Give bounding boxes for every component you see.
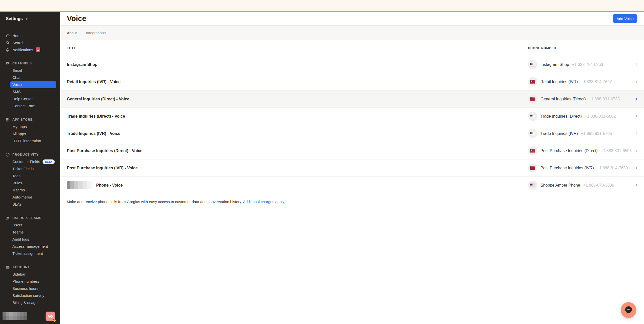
channel-title: Trade Inquiries (Direct) - Voice: [67, 114, 125, 119]
sidebar-item[interactable]: Access management: [10, 243, 56, 250]
sidebar-item[interactable]: SMS: [10, 88, 56, 95]
bell-icon: [6, 48, 10, 52]
beta-badge: BETA: [43, 159, 54, 164]
notification-count-badge: 1: [36, 47, 40, 52]
phone-channel-name: Post Purchase Inquiries (IVR): [540, 166, 594, 170]
phone-channel-name: Instagram Shop: [540, 62, 569, 67]
voice-channel-row[interactable]: Trade Inquiries (Direct) - Voice Trade I…: [60, 108, 644, 125]
voice-channel-row[interactable]: Post Purchase Inquiries (IVR) - Voice Po…: [60, 159, 644, 177]
trial-banner: [0, 0, 644, 12]
sidebar-item[interactable]: HTTP integration: [10, 137, 56, 145]
avatar[interactable]: AG: [46, 312, 55, 321]
sidebar-item[interactable]: Business hours: [10, 285, 56, 292]
voice-channel-row[interactable]: Instagram Shop Instagram Shop +1 323-784…: [60, 56, 644, 73]
sidebar-item[interactable]: Teams: [10, 229, 56, 236]
sidebar-item[interactable]: Ticket Fields: [10, 165, 56, 172]
online-status-dot: [53, 319, 56, 322]
sidebar-section-channels: CHANNELS: [0, 60, 60, 67]
sidebar-user-row: AG: [0, 310, 60, 322]
chevron-right-icon: ›: [635, 130, 637, 136]
phone-channel-name: Post Purchase Inquiries (Direct): [540, 149, 598, 153]
sidebar-item[interactable]: Tags: [10, 172, 56, 179]
phone-number: +1 888-814-7639: [597, 166, 628, 170]
home-icon: [6, 33, 10, 38]
channel-title: Instagram Shop: [67, 62, 97, 67]
phone-number: +1 888-831-6802: [585, 114, 616, 119]
chevron-right-icon: ›: [635, 165, 637, 171]
sidebar-section-users-teams: USERS & TEAMS: [0, 214, 60, 222]
channel-title: Trade Inquiries (IVR) - Voice: [67, 131, 120, 136]
settings-menu-button[interactable]: Settings ▼: [0, 12, 60, 26]
phone-channel-name: Shoppe Amber Phone: [540, 183, 580, 188]
chat-channels-icon: [6, 61, 10, 66]
voice-settings-page: Voice Add Voice About Integrations TITLE…: [60, 12, 644, 324]
sidebar-item[interactable]: SLAs: [10, 201, 56, 208]
channel-title: Phone - Voice: [96, 183, 123, 188]
us-flag-icon: [528, 94, 537, 104]
us-flag-icon: [528, 60, 537, 69]
sidebar-item[interactable]: Voice: [10, 81, 56, 88]
sidebar-item[interactable]: Audit logs: [10, 236, 56, 243]
chevron-right-icon: ›: [635, 79, 637, 84]
sidebar-section-account: ACCOUNT: [0, 264, 60, 271]
voice-channel-row[interactable]: General Inquiries (Direct) - Voice Gener…: [60, 91, 644, 108]
page-title: Voice: [67, 14, 86, 23]
table-header: TITLE PHONE NUMBER: [60, 40, 644, 56]
us-flag-icon: [528, 181, 537, 190]
sidebar-item[interactable]: Ticket assignment: [10, 250, 56, 257]
grid-icon: [6, 118, 10, 122]
column-header-phone-number: PHONE NUMBER: [528, 46, 556, 50]
us-flag-icon: [528, 77, 537, 86]
phone-number: +1 888-831-6503: [601, 149, 632, 153]
channel-title: Retail Inquiries (IVR) - Voice: [67, 80, 120, 84]
tab[interactable]: Integrations: [86, 31, 106, 35]
phone-number: +1 323-784-0863: [572, 62, 603, 67]
sidebar-item[interactable]: All apps: [10, 130, 56, 137]
sidebar-item-notifications[interactable]: Notifications 1: [0, 46, 60, 53]
sidebar-item[interactable]: Help Center: [10, 95, 56, 102]
settings-sidebar: Settings ▼ Home Search Notifications 1: [0, 12, 60, 324]
sidebar-item[interactable]: Contact Form: [10, 102, 56, 110]
sidebar-item-home[interactable]: Home: [0, 32, 60, 39]
chat-widget-button[interactable]: [621, 302, 636, 318]
voice-channel-row[interactable]: Post Purchase Inquiries (Direct) - Voice…: [60, 142, 644, 159]
add-voice-button[interactable]: Add Voice: [613, 14, 637, 23]
sidebar-item[interactable]: Billing & usage: [10, 299, 56, 306]
channel-title: General Inquiries (Direct) - Voice: [67, 97, 129, 101]
phone-number: +1 888-670-3689: [583, 183, 614, 188]
tab[interactable]: About: [67, 31, 77, 35]
sidebar-item[interactable]: Sidebar: [10, 271, 56, 278]
us-flag-icon: [528, 129, 537, 138]
settings-title: Settings: [6, 16, 23, 21]
sidebar-item[interactable]: Chat: [10, 74, 56, 81]
sidebar-item[interactable]: Phone numbers: [10, 278, 56, 285]
column-header-title: TITLE: [67, 46, 76, 50]
app-shell: Settings ▼ Home Search Notifications 1: [0, 12, 644, 324]
us-flag-icon: [528, 146, 537, 155]
phone-channel-name: Trade Inquiries (IVR): [540, 131, 578, 136]
sidebar-item[interactable]: Email: [10, 67, 56, 74]
sidebar-item[interactable]: Users: [10, 222, 56, 229]
redacted-user-name: [3, 312, 27, 320]
voice-channel-row[interactable]: Retail Inquiries (IVR) - Voice Retail In…: [60, 73, 644, 91]
chevron-right-icon: ›: [635, 61, 637, 67]
chevron-right-icon: ›: [635, 96, 637, 102]
us-flag-icon: [528, 163, 537, 173]
app-window: Settings ▼ Home Search Notifications 1: [0, 0, 644, 324]
sidebar-item[interactable]: Satisfaction survey: [10, 292, 56, 299]
chat-bubble-icon: [624, 305, 633, 315]
voice-channel-row[interactable]: Trade Inquiries (IVR) - Voice Trade Inqu…: [60, 125, 644, 142]
sidebar-item[interactable]: My apps: [10, 123, 56, 130]
chevron-down-icon: ▼: [25, 17, 28, 21]
phone-channel-name: Trade Inquiries (Direct): [540, 114, 582, 119]
sidebar-item[interactable]: Rules: [10, 179, 56, 187]
gauge-icon: [6, 153, 10, 157]
sidebar-item[interactable]: Auto-merge: [10, 194, 56, 201]
search-icon: [6, 41, 10, 45]
sidebar-item[interactable]: Macros: [10, 187, 56, 194]
us-flag-icon: [528, 112, 537, 121]
sidebar-item-search[interactable]: Search: [0, 39, 60, 46]
additional-charges-link[interactable]: Additional charges apply.: [243, 200, 285, 204]
sidebar-item[interactable]: Customer Fields BETA: [10, 158, 56, 165]
voice-channel-row[interactable]: Phone - Voice Shoppe Amber Phone +1 888-…: [60, 177, 644, 194]
